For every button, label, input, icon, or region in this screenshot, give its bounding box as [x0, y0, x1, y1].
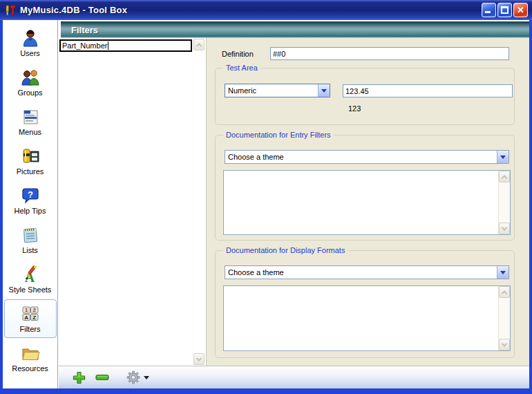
add-filter-button[interactable]: [73, 371, 86, 384]
sidebar-item-label: Pictures: [17, 167, 44, 176]
sidebar-item-label: Help Tips: [15, 207, 46, 215]
combo-arrow-button[interactable]: [497, 151, 509, 163]
textarea-scrollbar[interactable]: [498, 171, 510, 234]
list-scroll-down-button[interactable]: [193, 353, 205, 365]
sidebar-item-users[interactable]: Users: [4, 24, 57, 62]
sidebar-item-help-tips[interactable]: ? Help Tips: [4, 181, 57, 220]
combo-arrow-button[interactable]: [318, 84, 330, 97]
svg-text:1: 1: [24, 307, 28, 313]
sidebar-item-filters[interactable]: 1 2 A Z Filters: [4, 299, 57, 338]
sidebar-item-label: Users: [20, 49, 40, 57]
filter-list[interactable]: Part_Number: [59, 38, 206, 366]
display-docs-textarea[interactable]: [223, 285, 511, 351]
delete-filter-button[interactable]: [95, 374, 109, 381]
chevron-up-icon: [502, 290, 507, 296]
actions-menu-button[interactable]: [126, 370, 149, 385]
definition-input[interactable]: [270, 47, 509, 60]
resources-icon: [21, 344, 40, 363]
chevron-down-icon: [196, 355, 202, 361]
svg-text:2: 2: [32, 307, 36, 313]
test-result-text: 123: [348, 104, 361, 113]
display-theme-value: Choose a theme: [225, 268, 497, 276]
entry-docs-textarea[interactable]: [223, 170, 511, 235]
users-icon: [21, 28, 40, 48]
data-type-combobox[interactable]: Numeric: [225, 84, 330, 97]
scroll-up-button[interactable]: [499, 286, 510, 298]
client-area: Users Groups Menus: [3, 20, 529, 388]
sidebar-item-label: Menus: [19, 128, 41, 136]
close-button[interactable]: ✕: [513, 3, 528, 17]
section-title: Filters: [61, 25, 98, 35]
maximize-button[interactable]: [497, 3, 512, 17]
chevron-up-icon: [502, 175, 507, 180]
minimize-button[interactable]: [482, 3, 496, 17]
gear-icon: [126, 370, 141, 385]
scroll-down-button[interactable]: [499, 223, 510, 234]
sidebar: Users Groups Menus: [3, 20, 58, 388]
minimize-icon: [485, 11, 491, 13]
display-theme-combobox[interactable]: Choose a theme: [225, 265, 509, 279]
entry-theme-value: Choose a theme: [225, 153, 497, 161]
entry-theme-combobox[interactable]: Choose a theme: [225, 150, 509, 164]
sidebar-item-label: Resources: [12, 364, 48, 373]
sidebar-item-pictures[interactable]: Pictures: [4, 142, 57, 180]
titlebar[interactable]: MyMusic.4DB - Tool Box ✕: [0, 0, 532, 20]
svg-text:?: ?: [28, 189, 33, 200]
maximize-icon: [501, 6, 509, 14]
sidebar-item-label: Filters: [20, 325, 41, 333]
style-sheets-icon: A: [21, 265, 40, 284]
entry-docs-group: Documentation for Entry Filters Choose a…: [215, 135, 515, 241]
chevron-down-icon: [502, 225, 507, 230]
app-icon: [4, 4, 17, 17]
definition-label: Definition: [222, 50, 254, 58]
sidebar-item-label: Style Sheets: [9, 285, 52, 294]
chevron-down-icon: [321, 89, 327, 93]
close-icon: ✕: [516, 5, 525, 15]
filter-name-input[interactable]: Part_Number: [59, 39, 192, 52]
svg-text:Z: Z: [32, 315, 36, 321]
scroll-up-button[interactable]: [499, 171, 510, 182]
list-scroll-up-button[interactable]: [193, 39, 205, 50]
chevron-down-icon: [502, 341, 507, 346]
lists-icon: [21, 225, 40, 245]
sidebar-item-label: Groups: [17, 88, 42, 97]
entry-docs-legend: Documentation for Entry Filters: [223, 131, 334, 139]
menus-icon: [21, 107, 40, 126]
filter-detail-panel: Definition Test Area Numeric 123 Documen…: [206, 38, 529, 366]
filters-icon: 1 2 A Z: [21, 304, 40, 323]
scroll-down-button[interactable]: [499, 339, 510, 350]
test-area-legend: Test Area: [223, 64, 260, 72]
test-area-group: Test Area Numeric 123: [215, 68, 515, 125]
display-docs-group: Documentation for Display Formats Choose…: [215, 250, 515, 358]
filter-name-text: Part_Number: [62, 41, 107, 50]
chevron-down-icon: [500, 271, 506, 274]
text-caret: [108, 41, 108, 50]
window-title: MyMusic.4DB - Tool Box: [20, 5, 482, 15]
test-value-input[interactable]: [343, 84, 513, 97]
pictures-icon: [21, 147, 40, 166]
chevron-down-icon: [500, 156, 506, 159]
combo-arrow-button[interactable]: [497, 266, 509, 279]
svg-text:A: A: [24, 315, 28, 321]
dropdown-caret-icon: [144, 376, 149, 379]
sidebar-item-resources[interactable]: Resources: [4, 339, 57, 377]
data-type-value: Numeric: [225, 86, 318, 95]
chevron-up-icon: [196, 43, 202, 48]
sidebar-item-lists[interactable]: Lists: [4, 221, 57, 259]
sidebar-item-style-sheets[interactable]: A Style Sheets: [4, 260, 57, 299]
list-toolbar: [59, 366, 529, 388]
textarea-scrollbar[interactable]: [498, 286, 510, 350]
toolbox-window: MyMusic.4DB - Tool Box ✕ Users: [0, 0, 532, 394]
sidebar-item-groups[interactable]: Groups: [4, 63, 57, 102]
section-header: Filters: [61, 21, 529, 38]
sidebar-item-menus[interactable]: Menus: [4, 102, 57, 141]
plus-icon: [73, 371, 86, 384]
groups-icon: [21, 68, 40, 87]
minus-icon: [95, 374, 109, 381]
help-tips-icon: ?: [21, 186, 40, 205]
sidebar-item-label: Lists: [22, 246, 38, 254]
display-docs-legend: Documentation for Display Formats: [223, 246, 348, 254]
